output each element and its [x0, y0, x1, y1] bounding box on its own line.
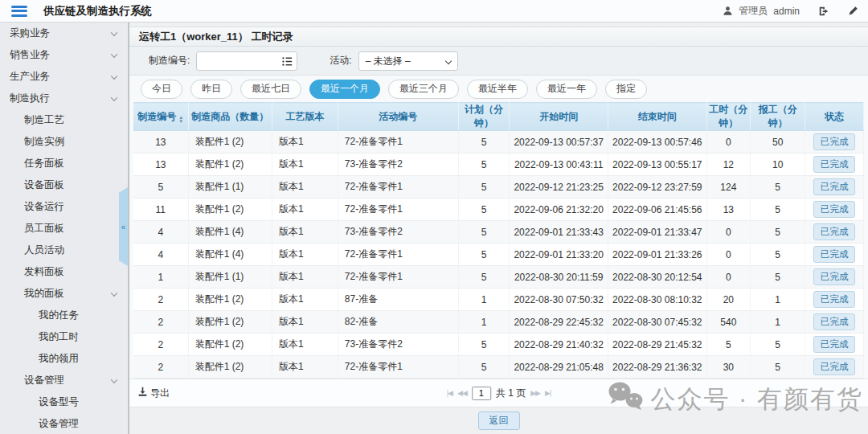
- activity-select[interactable]: – 未选择 –: [358, 51, 458, 71]
- sidebar-item-mfg-execution[interactable]: 制造执行: [0, 88, 128, 109]
- page-input[interactable]: [472, 387, 491, 400]
- export-button[interactable]: 导出: [137, 387, 170, 400]
- range-button-half-year[interactable]: 最近半年: [467, 80, 528, 99]
- sidebar-item-my-tasks[interactable]: 我的任务: [0, 305, 128, 326]
- table-row[interactable]: 11 装配件1 (2) 版本1 72-准备零件1 5 2022-09-06 21…: [133, 199, 864, 221]
- status-badge[interactable]: 已完成: [813, 201, 856, 218]
- logout-icon[interactable]: [818, 6, 829, 17]
- sidebar-item-sales[interactable]: 销售业务: [0, 44, 128, 66]
- table-body: 13 装配件1 (2) 版本1 72-准备零件1 5 2022-09-13 00…: [133, 131, 864, 379]
- sidebar-item-production[interactable]: 生产业务: [0, 66, 128, 88]
- table-row[interactable]: 2 装配件1 (2) 版本1 87-准备 1 2022-08-30 07:50:…: [133, 289, 864, 311]
- range-button-yesterday[interactable]: 昨日: [190, 80, 232, 99]
- back-bar: 返回: [129, 407, 868, 434]
- sidebar-item-mfg-instance[interactable]: 制造实例: [0, 131, 128, 153]
- sidebar-item-equipment-mgmt[interactable]: 设备管理: [0, 370, 128, 391]
- sidebar-item-procurement[interactable]: 采购业务: [0, 23, 128, 44]
- sidebar-item-personnel-activity[interactable]: 人员活动: [0, 240, 128, 261]
- table-row[interactable]: 13 装配件1 (2) 版本1 73-准备零件2 5 2022-09-13 00…: [133, 154, 864, 176]
- range-button-last-year[interactable]: 最近一年: [536, 80, 597, 99]
- table-row[interactable]: 4 装配件1 (4) 版本1 72-准备零件1 5 2022-09-01 21:…: [133, 244, 864, 266]
- app-root: 供应链及制造执行系统 管理员 admin 采购业务 销售业务 生产业务 制造执行…: [0, 0, 868, 434]
- sidebar-item-equipment-model[interactable]: 设备型号: [0, 391, 128, 413]
- sidebar-item-equipment-panel[interactable]: 设备面板: [0, 174, 128, 196]
- sidebar-item-my-requisition[interactable]: 我的领用: [0, 348, 128, 370]
- table-row[interactable]: 5 装配件1 (1) 版本1 72-准备零件1 5 2022-09-12 21:…: [133, 176, 864, 199]
- col-mfg-no[interactable]: 制造编号▲▼: [133, 103, 188, 131]
- sidebar-item-task-panel[interactable]: 任务面板: [0, 153, 128, 174]
- user-role: 管理员: [739, 4, 768, 18]
- user-name: admin: [773, 6, 800, 17]
- chevron-down-icon: [444, 57, 451, 63]
- collapse-left-icon: «: [121, 223, 126, 231]
- col-work-minutes: 工时（分钟）: [706, 103, 751, 131]
- pager-bar: 导出 |◀ ◀◀ 共 1 页 ▶▶ ▶|: [129, 379, 868, 407]
- status-badge[interactable]: 已完成: [813, 268, 856, 285]
- sidebar-item-my-panel[interactable]: 我的面板: [0, 283, 128, 305]
- sidebar-item-employee-panel[interactable]: 员工面板: [0, 218, 128, 240]
- table-row[interactable]: 2 装配件1 (2) 版本1 72-准备零件1 5 2022-08-29 21:…: [133, 356, 864, 379]
- status-badge[interactable]: 已完成: [813, 156, 856, 173]
- status-badge[interactable]: 已完成: [813, 313, 856, 330]
- app-title: 供应链及制造执行系统: [43, 4, 152, 18]
- sidebar-item-equipment-run[interactable]: 设备运行: [0, 196, 128, 218]
- table-header-row: 制造编号▲▼ 制造商品（数量） 工艺版本 活动编号 计划（分钟） 开始时间 结束…: [133, 103, 864, 131]
- table-row[interactable]: 2 装配件1 (2) 版本1 73-准备零件2 5 2022-08-29 21:…: [133, 334, 864, 356]
- next-page-icon[interactable]: ▶▶: [530, 389, 540, 397]
- chevron-down-icon: [111, 29, 117, 35]
- status-badge[interactable]: 已完成: [813, 246, 856, 263]
- sidebar-item-equipment-mgmt-sub[interactable]: 设备管理: [0, 413, 128, 434]
- status-badge[interactable]: 已完成: [813, 291, 856, 308]
- filter-bar: 制造编号: 活动: – 未选择 –: [129, 47, 868, 76]
- status-badge[interactable]: 已完成: [813, 223, 856, 240]
- main-content: 运转工1（worker_11） 工时记录 制造编号: 活动: – 未选择 – 今…: [129, 23, 868, 434]
- list-picker-icon[interactable]: [281, 55, 293, 68]
- status-badge[interactable]: 已完成: [813, 358, 856, 375]
- table-row[interactable]: 2 装配件1 (2) 版本1 82-准备 1 2022-08-29 22:45:…: [133, 311, 864, 334]
- table-row[interactable]: 1 装配件1 (1) 版本1 72-准备零件1 5 2022-08-30 20:…: [133, 266, 864, 289]
- chevron-down-icon: [111, 289, 117, 296]
- sidebar-item-material-panel[interactable]: 发料面板: [0, 261, 128, 283]
- col-product-qty: 制造商品（数量）: [188, 103, 272, 131]
- sidebar-item-mfg-process[interactable]: 制造工艺: [0, 109, 128, 131]
- download-icon: [137, 387, 148, 399]
- range-button-last-month[interactable]: 最近一个月: [309, 80, 380, 99]
- mfg-no-label: 制造编号:: [149, 54, 190, 68]
- sidebar-item-my-hours[interactable]: 我的工时: [0, 326, 128, 348]
- col-end-time: 结束时间: [608, 103, 706, 131]
- sidebar-collapse-handle[interactable]: «: [119, 187, 128, 266]
- chevron-down-icon: [111, 72, 117, 79]
- status-badge[interactable]: 已完成: [813, 178, 856, 195]
- col-report-minutes: 报工（分钟）: [751, 103, 805, 131]
- range-button-custom[interactable]: 指定: [605, 80, 647, 99]
- back-button[interactable]: 返回: [478, 411, 520, 430]
- table-row[interactable]: 13 装配件1 (2) 版本1 72-准备零件1 5 2022-09-13 00…: [133, 131, 864, 154]
- chevron-down-icon: [111, 376, 117, 383]
- first-page-icon[interactable]: |◀: [447, 389, 452, 397]
- date-range-bar: 今日 昨日 最近七日 最近一个月 最近三个月 最近半年 最近一年 指定: [129, 76, 868, 102]
- topbar-right: 管理员 admin: [723, 4, 858, 18]
- activity-label: 活动:: [330, 54, 351, 68]
- status-badge[interactable]: 已完成: [813, 133, 856, 150]
- user-icon: [723, 6, 733, 16]
- edit-icon[interactable]: [848, 6, 858, 16]
- page-title: 运转工1（worker_11） 工时记录: [129, 27, 868, 47]
- range-button-last3months[interactable]: 最近三个月: [388, 80, 459, 99]
- mfg-no-input[interactable]: [196, 51, 297, 71]
- sidebar: 采购业务 销售业务 生产业务 制造执行 制造工艺 制造实例 任务面板 设备面板 …: [0, 23, 129, 434]
- col-start-time: 开始时间: [510, 103, 608, 131]
- worktime-table: 制造编号▲▼ 制造商品（数量） 工艺版本 活动编号 计划（分钟） 开始时间 结束…: [129, 102, 868, 379]
- prev-page-icon[interactable]: ◀◀: [457, 389, 467, 397]
- topbar: 供应链及制造执行系统 管理员 admin: [0, 0, 868, 23]
- hamburger-menu-icon[interactable]: [11, 6, 27, 17]
- range-button-last7days[interactable]: 最近七日: [240, 80, 301, 99]
- pagination: |◀ ◀◀ 共 1 页 ▶▶ ▶|: [447, 387, 551, 400]
- sort-icon[interactable]: ▲▼: [178, 116, 183, 124]
- status-badge[interactable]: 已完成: [813, 336, 856, 353]
- last-page-icon[interactable]: ▶|: [545, 389, 551, 397]
- col-activity-no: 活动编号: [338, 103, 458, 131]
- range-button-today[interactable]: 今日: [141, 80, 182, 99]
- chevron-down-icon: [111, 94, 117, 100]
- table-row[interactable]: 4 装配件1 (4) 版本1 73-准备零件2 5 2022-09-01 21:…: [133, 221, 864, 244]
- activity-select-value: – 未选择 –: [366, 55, 411, 67]
